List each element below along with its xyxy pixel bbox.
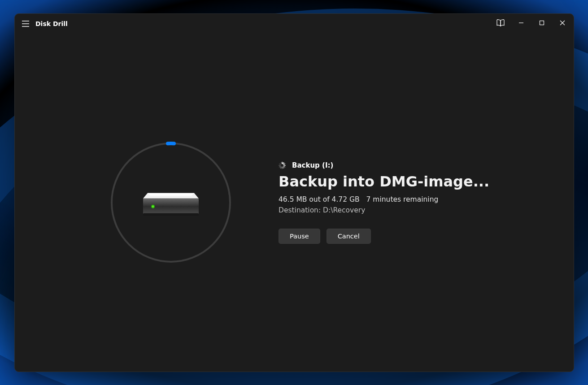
hard-drive-icon [143, 188, 199, 221]
status-label: Backup (I:) [292, 161, 333, 169]
pause-button[interactable]: Pause [279, 229, 320, 244]
maximize-icon [539, 20, 544, 26]
book-icon [497, 19, 505, 26]
svg-point-12 [151, 205, 155, 208]
progress-line: 46.5 MB out of 4.72 GB 7 minutes remaini… [279, 195, 494, 203]
destination-line: Destination: D:\Recovery [279, 206, 494, 214]
menu-button[interactable] [18, 17, 33, 31]
titlebar: Disk Drill [15, 14, 574, 34]
minimize-icon [518, 20, 524, 26]
app-window: Disk Drill [14, 13, 574, 372]
main-content: Backup (I:) Backup into DMG-image... 46.… [15, 34, 574, 372]
svg-rect-4 [540, 21, 544, 25]
window-controls [490, 15, 573, 31]
backup-info-panel: Backup (I:) Backup into DMG-image... 46.… [279, 161, 494, 244]
minimize-button[interactable] [511, 15, 531, 31]
backup-title: Backup into DMG-image... [279, 173, 494, 190]
cancel-button[interactable]: Cancel [327, 229, 371, 244]
spinner-icon [279, 162, 286, 169]
svg-marker-9 [148, 193, 194, 196]
time-remaining: 7 minutes remaining [366, 195, 439, 203]
close-button[interactable] [552, 15, 573, 31]
maximize-button[interactable] [531, 15, 552, 31]
svg-rect-11 [143, 213, 199, 216]
close-icon [560, 20, 565, 26]
app-title: Disk Drill [35, 20, 68, 27]
progress-graphic [95, 126, 247, 279]
help-button[interactable] [490, 15, 511, 31]
progress-text: 46.5 MB out of 4.72 GB [279, 195, 360, 203]
action-buttons: Pause Cancel [279, 229, 494, 244]
hamburger-icon [22, 21, 29, 27]
